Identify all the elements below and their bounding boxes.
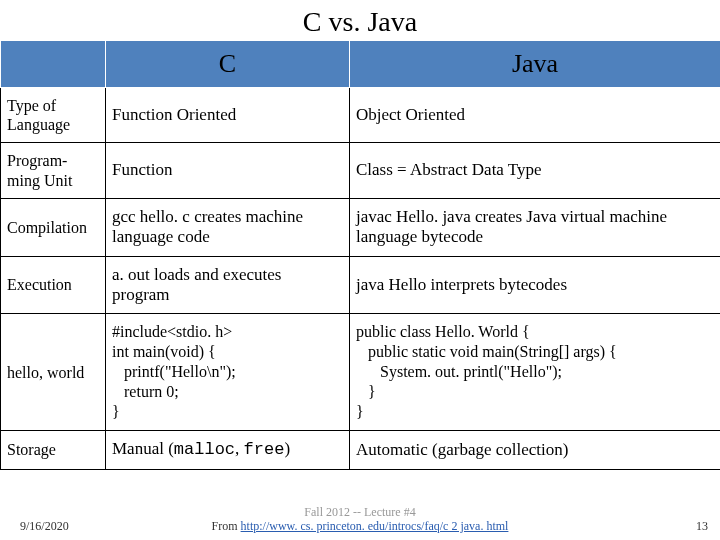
comparison-table: C Java Type of Language Function Oriente… <box>0 40 720 470</box>
cell-c: a. out loads and executes program <box>106 256 350 314</box>
header-c: C <box>106 41 350 88</box>
table-row: Execution a. out loads and executes prog… <box>1 256 721 314</box>
row-label: Type of Language <box>1 88 106 143</box>
footer-source: From http://www. cs. princeton. edu/intr… <box>0 519 720 534</box>
cell-java: Object Oriented <box>350 88 721 143</box>
footer-lecture: Fall 2012 -- Lecture #4 <box>0 505 720 520</box>
storage-c-mid: , <box>235 439 244 458</box>
row-label: hello, world <box>1 314 106 431</box>
cell-java: public class Hello. World { public stati… <box>350 314 721 431</box>
footer-source-link[interactable]: http://www. cs. princeton. edu/introcs/f… <box>241 519 509 533</box>
storage-c-mono2: free <box>244 440 285 459</box>
code-java: public class Hello. World { public stati… <box>356 322 714 422</box>
cell-c: #include<stdio. h> int main(void) { prin… <box>106 314 350 431</box>
header-blank <box>1 41 106 88</box>
row-label: Storage <box>1 431 106 469</box>
storage-c-prefix: Manual ( <box>112 439 174 458</box>
storage-c-mono1: malloc <box>174 440 235 459</box>
cell-java: Automatic (garbage collection) <box>350 431 721 469</box>
footer-source-prefix: From <box>212 519 241 533</box>
cell-java: Class = Abstract Data Type <box>350 143 721 198</box>
storage-c-suffix: ) <box>284 439 290 458</box>
footer-page-number: 13 <box>696 519 708 534</box>
cell-java: javac Hello. java creates Java virtual m… <box>350 198 721 256</box>
header-java: Java <box>350 41 721 88</box>
row-label: Program- ming Unit <box>1 143 106 198</box>
table-row: Program- ming Unit Function Class = Abst… <box>1 143 721 198</box>
cell-c: gcc hello. c creates machine language co… <box>106 198 350 256</box>
cell-c: Manual (malloc, free) <box>106 431 350 469</box>
cell-java: java Hello interprets bytecodes <box>350 256 721 314</box>
table-row: Compilation gcc hello. c creates machine… <box>1 198 721 256</box>
table-row: Storage Manual (malloc, free) Automatic … <box>1 431 721 469</box>
row-label: Compilation <box>1 198 106 256</box>
code-c: #include<stdio. h> int main(void) { prin… <box>112 322 343 422</box>
slide-title: C vs. Java <box>0 0 720 40</box>
row-label: Execution <box>1 256 106 314</box>
table-row: hello, world #include<stdio. h> int main… <box>1 314 721 431</box>
table-row: Type of Language Function Oriented Objec… <box>1 88 721 143</box>
cell-c: Function Oriented <box>106 88 350 143</box>
cell-c: Function <box>106 143 350 198</box>
